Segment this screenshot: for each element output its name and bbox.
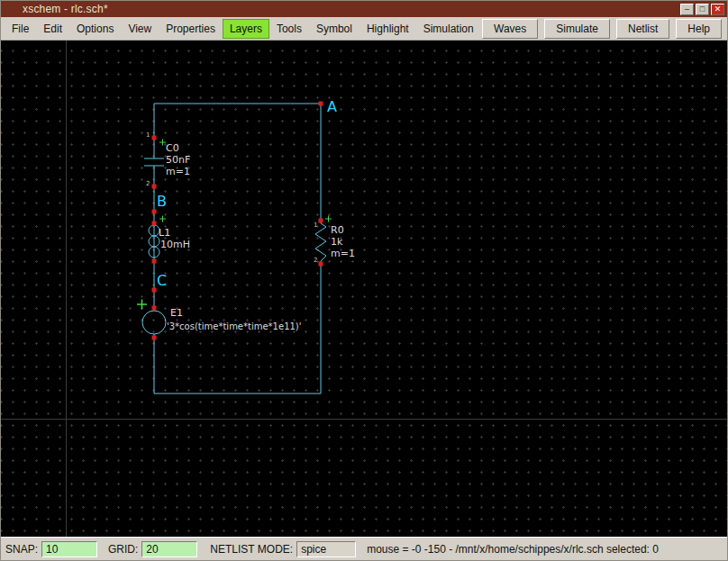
waves-button[interactable]: Waves [482,19,538,39]
grid-label: GRID: [108,543,138,556]
net-label-a[interactable]: A [327,98,337,115]
maximize-button[interactable]: □ [696,4,709,15]
pin-markers [152,102,323,340]
resistor-pin2-number: 2 [314,257,317,264]
net-label-c[interactable]: C [157,272,167,289]
source-value-label[interactable]: '3*cos(time*time*time*1e11)' [167,321,302,331]
menu-edit[interactable]: Edit [36,19,69,39]
menu-view[interactable]: View [121,19,159,39]
window-controls: – □ ✕ [680,4,724,15]
menu-highlight[interactable]: Highlight [359,19,416,39]
menu-simulation[interactable]: Simulation [416,19,481,39]
close-button[interactable]: ✕ [711,4,724,15]
capacitor-pin1-number: 1 [146,131,150,139]
statusbar: SNAP: GRID: NETLIST MODE: mouse = -0 -15… [1,537,727,560]
source-ref-label[interactable]: E1 [170,307,183,319]
menu-file[interactable]: File [5,19,36,39]
snap-input[interactable] [41,541,97,557]
titlebar[interactable]: xschem - rlc.sch* – □ ✕ [1,1,727,17]
netlist-mode-input[interactable] [296,541,356,557]
menu-layers[interactable]: Layers [223,19,269,39]
menu-tools[interactable]: Tools [269,19,309,39]
resistor-attr-label[interactable]: m=1 [331,248,355,259]
snap-label: SNAP: [5,543,38,556]
capacitor-value-label[interactable]: 50nF [166,154,190,166]
menu-options[interactable]: Options [69,19,121,39]
resistor-pin1-number: 1 [314,222,317,229]
simulate-button[interactable]: Simulate [544,19,610,39]
capacitor-symbol[interactable] [144,138,164,186]
resistor-value-label[interactable]: 1k [331,236,342,248]
minimize-button[interactable]: – [680,4,694,15]
xschem-window: xschem - rlc.sch* – □ ✕ File Edit Option… [0,0,728,561]
menu-properties[interactable]: Properties [159,19,223,39]
menubar: File Edit Options View Properties Layers… [1,17,727,41]
capacitor-pin2-number: 2 [146,180,150,187]
netlist-mode-label: NETLIST MODE: [210,543,293,556]
inductor-value-label[interactable]: 10mH [160,239,190,250]
net-label-b[interactable]: B [157,193,167,210]
grid-input[interactable] [141,541,197,557]
toolbar-buttons: Waves Simulate Netlist Help [482,19,723,39]
help-button[interactable]: Help [676,19,722,39]
schematic-canvas[interactable]: C0 50nF m=1 L1 10mH E1 '3*cos(time*time*… [1,41,727,537]
voltage-source-symbol[interactable] [142,308,166,338]
capacitor-ref-label[interactable]: C0 [166,142,179,154]
netlist-button[interactable]: Netlist [616,19,669,39]
resistor-ref-label[interactable]: R0 [331,224,344,236]
circuit-drawing [1,41,727,537]
menu-symbol[interactable]: Symbol [309,19,359,39]
mouse-info: mouse = -0 -150 - /mnt/x/home/schippes/x… [367,543,659,556]
inductor-ref-label[interactable]: L1 [159,227,170,239]
capacitor-attr-label[interactable]: m=1 [166,166,190,177]
window-title: xschem - rlc.sch* [23,3,108,15]
